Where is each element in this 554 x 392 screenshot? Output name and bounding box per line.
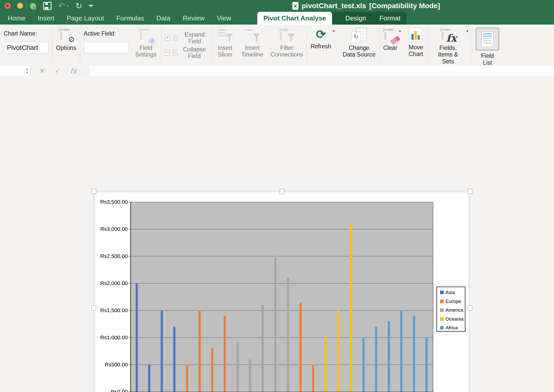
home-icon[interactable]: ⌂ (31, 1, 37, 11)
tab-design[interactable]: Design (345, 14, 366, 22)
chart-bar-america[interactable] (237, 343, 239, 392)
change-data-source-button[interactable]: ↻ Change Data Source (343, 25, 376, 66)
ribbon-tab-row: Home Insert Page Layout Formulas Data Re… (0, 12, 554, 25)
undo-dropdown-icon[interactable]: ▾ (67, 4, 69, 8)
redo-icon[interactable]: ↻ (76, 1, 82, 11)
collapse-field-button[interactable]: − Collapse Field (165, 47, 209, 58)
chart-bar-oceania[interactable] (337, 310, 339, 392)
legend-swatch (440, 308, 444, 312)
legend-label: Europe (445, 299, 461, 304)
axis-tick (128, 337, 130, 338)
fields-items-sets-button[interactable]: fx Fields, Items & Sets (431, 25, 465, 66)
legend-swatch (440, 326, 444, 330)
tab-data[interactable]: Data (156, 14, 171, 22)
tab-view[interactable]: View (217, 14, 231, 22)
close-button[interactable] (5, 3, 10, 9)
chart-bar-africa[interactable] (363, 337, 365, 392)
refresh-button[interactable]: ⟳ Refresh (311, 25, 331, 66)
name-box[interactable]: ▲▼ (0, 66, 31, 76)
chart-bar-africa[interactable] (375, 327, 377, 392)
chart-bar-europe[interactable] (199, 310, 201, 392)
chart-bar-america[interactable] (274, 256, 276, 392)
chart-bar-america[interactable] (287, 278, 289, 392)
chart-bar-asia[interactable] (148, 365, 150, 392)
fields-dropdown-icon[interactable]: ▾ (466, 29, 468, 34)
tab-insert[interactable]: Insert (38, 14, 54, 22)
excel-document-icon (292, 2, 299, 10)
expand-field-button[interactable]: + Expand Field (165, 32, 209, 43)
insert-function-icon[interactable]: fx (70, 67, 77, 75)
chart-selection-handle[interactable] (91, 306, 96, 310)
move-chart-button[interactable]: Move Chart (408, 25, 424, 66)
active-field-input[interactable] (84, 42, 129, 53)
chart-bar-asia[interactable] (136, 283, 138, 392)
worksheet-area[interactable]: Rs3,500.00Rs3,000.00Rs2,500.00Rs2,000.00… (0, 76, 554, 392)
info-icon: i (148, 37, 155, 44)
chart-bar-america[interactable] (262, 305, 264, 392)
gridline (130, 310, 433, 311)
chart-selection-handle[interactable] (91, 189, 96, 194)
chart-selection-handle[interactable] (468, 189, 473, 194)
options-button[interactable]: ⚙ Options (56, 25, 76, 66)
chart-bar-europe[interactable] (224, 316, 226, 392)
refresh-dropdown-icon[interactable]: ▾ (333, 29, 335, 34)
gear-icon: ⚙ (68, 36, 75, 43)
chart-bar-america[interactable] (249, 359, 251, 392)
tab-formulas[interactable]: Formulas (116, 14, 144, 22)
chart-bar-asia[interactable] (161, 310, 163, 392)
chart-bar-asia[interactable] (173, 327, 175, 392)
customize-toolbar-icon[interactable] (89, 5, 93, 7)
chart-legend[interactable]: AsiaEuropeAmericaOceaniaAfrica (436, 287, 465, 332)
enter-icon[interactable]: ✓ (55, 67, 60, 75)
clear-dropdown-icon[interactable]: ▾ (399, 29, 401, 34)
undo-icon[interactable]: ↶ (58, 1, 65, 11)
document-filename: pivotChart_test.xls (302, 2, 366, 10)
compatibility-mode-badge: [Compatibility Mode] (369, 2, 440, 10)
minimize-button[interactable] (17, 3, 23, 9)
tab-format[interactable]: Format (379, 14, 400, 22)
chart-selection-handle[interactable] (280, 189, 284, 194)
chart-bar-europe[interactable] (300, 302, 302, 392)
filter-connections-button[interactable]: Filter Connections (270, 25, 303, 66)
field-list-button[interactable]: Field List (476, 25, 499, 66)
chart-bar-oceania[interactable] (350, 224, 352, 392)
chart-name-input[interactable] (4, 42, 49, 53)
legend-item-asia[interactable]: Asia (440, 290, 455, 295)
axis-tick (128, 283, 130, 284)
legend-item-america[interactable]: America (440, 307, 463, 313)
chart-bar-africa[interactable] (388, 321, 390, 392)
funnel-icon (253, 33, 261, 42)
legend-swatch (440, 291, 444, 294)
save-icon[interactable] (43, 2, 51, 10)
name-box-stepper[interactable]: ▲▼ (26, 66, 29, 76)
insert-timeline-button[interactable]: Insert Timeline (241, 25, 264, 66)
insert-slicer-button[interactable]: Insert Slicer (216, 25, 234, 66)
cancel-icon[interactable]: ✕ (39, 67, 45, 75)
legend-item-africa[interactable]: Africa (440, 325, 458, 331)
eraser-icon (390, 36, 400, 45)
field-settings-button[interactable]: i Field Settings (134, 25, 157, 66)
chart-bar-oceania[interactable] (325, 337, 327, 392)
funnel-icon (287, 33, 295, 42)
formula-input[interactable] (89, 66, 554, 76)
axis-tick (128, 310, 130, 311)
clear-button[interactable]: Clear (383, 25, 397, 66)
chart-bar-europe[interactable] (211, 348, 213, 392)
chart-bar-europe[interactable] (186, 365, 188, 392)
pivot-chart[interactable]: Rs3,500.00Rs3,000.00Rs2,500.00Rs2,000.00… (93, 191, 470, 392)
chart-bar-europe[interactable] (312, 365, 314, 392)
tab-pivot-chart-analyse[interactable]: Pivot Chart Analyse (257, 12, 332, 25)
tab-page-layout[interactable]: Page Layout (67, 14, 104, 22)
legend-item-oceania[interactable]: Oceania (440, 316, 464, 322)
tab-home[interactable]: Home (8, 14, 25, 22)
chart-bar-africa[interactable] (425, 337, 428, 392)
tab-review[interactable]: Review (183, 14, 205, 22)
legend-swatch (440, 300, 444, 303)
move-chart-icon (409, 28, 422, 42)
chart-bar-africa[interactable] (400, 310, 402, 392)
legend-label: Asia (445, 290, 455, 295)
chart-bar-africa[interactable] (413, 316, 415, 392)
value-axis-line (130, 202, 131, 392)
chart-selection-handle[interactable] (468, 306, 473, 310)
legend-item-europe[interactable]: Europe (440, 299, 461, 304)
